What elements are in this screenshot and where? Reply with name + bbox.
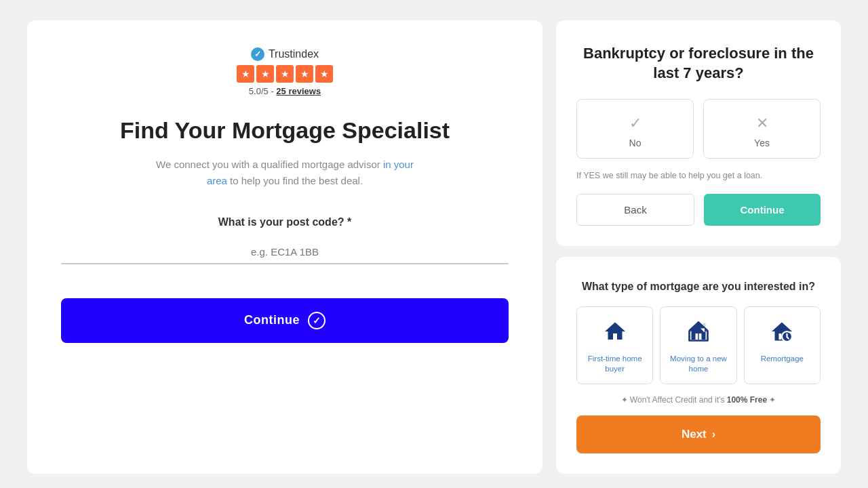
bankruptcy-title: Bankruptcy or foreclosure in the last 7 … xyxy=(576,44,821,83)
rating-text: 5.0/5 - 25 reviews xyxy=(249,86,321,96)
main-container: ✓ Trustindex ★ ★ ★ ★ ★ 5.0/5 - 25 review… xyxy=(27,20,841,474)
left-panel-subtitle: We connect you with a qualified mortgage… xyxy=(149,157,420,189)
svg-rect-0 xyxy=(695,333,698,340)
subtitle-part1: We connect you with a qualified mortgage… xyxy=(156,159,383,170)
back-label: Back xyxy=(624,204,646,216)
first-time-buyer-option[interactable]: First-time home buyer xyxy=(576,306,653,384)
continue-check-icon: ✓ xyxy=(308,312,326,329)
trustindex-check-icon: ✓ xyxy=(251,47,264,61)
trustindex-name: Trustindex xyxy=(269,48,319,60)
first-time-buyer-label: First-time home buyer xyxy=(584,354,646,374)
continue-button-left[interactable]: Continue ✓ xyxy=(61,298,509,343)
remortgage-option[interactable]: Remortgage xyxy=(744,306,821,384)
remortgage-icon xyxy=(770,319,794,348)
star-rating: ★ ★ ★ ★ ★ xyxy=(237,65,333,83)
moving-home-icon xyxy=(686,319,711,348)
right-panel: Bankruptcy or foreclosure in the last 7 … xyxy=(556,20,841,474)
remortgage-label: Remortgage xyxy=(761,354,804,364)
yes-icon: ✕ xyxy=(756,115,768,132)
mortgage-type-card: What type of mortgage are you interested… xyxy=(556,257,841,474)
subtitle-part2: to help you find the best deal. xyxy=(227,175,363,186)
continue-label: Continue xyxy=(741,204,785,216)
star-2: ★ xyxy=(256,65,274,83)
left-panel-title: Find Your Mortgage Specialist xyxy=(120,117,450,144)
no-icon: ✓ xyxy=(629,115,642,132)
svg-rect-1 xyxy=(699,333,702,340)
star-4: ★ xyxy=(296,65,313,83)
free-credit-bold: 100% Free xyxy=(727,395,767,405)
free-credit-text: ✦ Won't Affect Credit and it's 100% Free… xyxy=(576,395,821,405)
left-panel: ✓ Trustindex ★ ★ ★ ★ ★ 5.0/5 - 25 review… xyxy=(27,20,542,474)
trustindex-header: ✓ Trustindex xyxy=(251,47,319,61)
back-continue-row: Back Continue xyxy=(576,194,821,226)
star-1: ★ xyxy=(237,65,254,83)
next-button[interactable]: Next › xyxy=(576,415,821,453)
reviews-link[interactable]: 25 reviews xyxy=(276,86,321,96)
mortgage-type-title: What type of mortgage are you interested… xyxy=(576,281,821,293)
back-button[interactable]: Back xyxy=(576,194,694,226)
rating-score: 5.0/5 xyxy=(249,86,269,96)
postcode-input-wrapper xyxy=(61,241,509,264)
postcode-input[interactable] xyxy=(61,241,509,263)
first-time-home-icon xyxy=(603,319,627,348)
star-5: ★ xyxy=(315,65,333,83)
moving-home-label: Moving to a new home xyxy=(667,354,729,374)
next-arrow-icon: › xyxy=(712,428,715,441)
star-3: ★ xyxy=(276,65,294,83)
svg-rect-2 xyxy=(779,333,782,340)
continue-button-right[interactable]: Continue xyxy=(704,194,821,226)
no-label: No xyxy=(629,138,642,148)
postcode-label: What is your post code? * xyxy=(218,216,351,228)
yes-label: Yes xyxy=(754,138,770,148)
yes-button[interactable]: ✕ Yes xyxy=(703,99,821,159)
moving-home-option[interactable]: Moving to a new home xyxy=(660,306,736,384)
mortgage-options: First-time home buyer Moving to a new ho… xyxy=(576,306,821,384)
trustindex-badge: ✓ Trustindex ★ ★ ★ ★ ★ 5.0/5 - 25 review… xyxy=(237,47,333,96)
bankruptcy-info-text: If YES we still may be able to help you … xyxy=(576,171,821,180)
no-button[interactable]: ✓ No xyxy=(576,99,694,159)
next-label: Next xyxy=(682,428,707,441)
continue-button-label: Continue xyxy=(244,313,300,327)
yes-no-options: ✓ No ✕ Yes xyxy=(576,99,821,159)
bankruptcy-card: Bankruptcy or foreclosure in the last 7 … xyxy=(556,20,841,246)
